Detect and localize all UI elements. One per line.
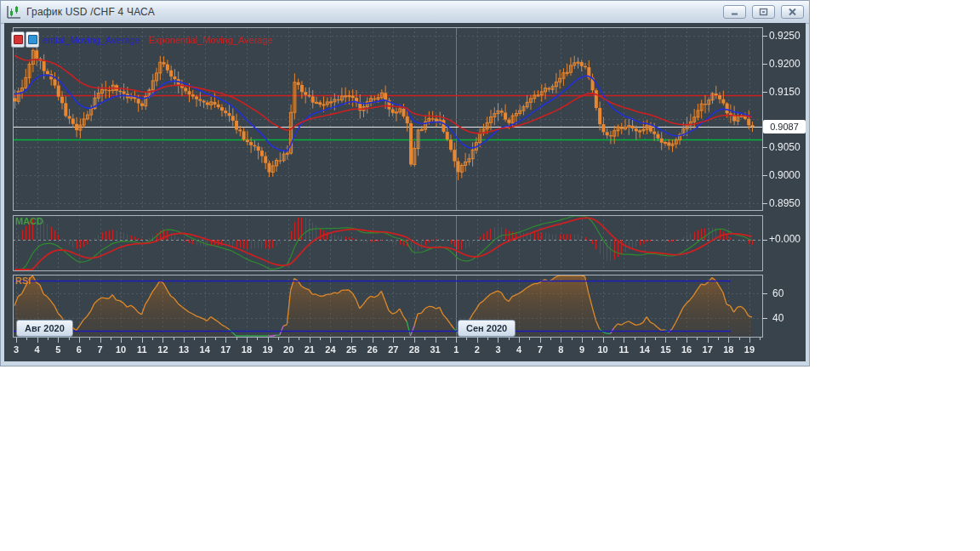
blue-square-icon	[28, 35, 37, 44]
x-axis-label: 14	[634, 344, 656, 355]
legend-ema-fast-label: ential_Moving_Average	[43, 35, 140, 45]
x-axis-label: 21	[299, 344, 321, 355]
x-axis-label: 10	[592, 344, 614, 355]
x-axis-label: 7	[89, 344, 111, 355]
price-tick-label: 0.9050	[769, 141, 801, 153]
x-axis-label: 3	[5, 344, 27, 355]
macd-label: MACD	[15, 216, 43, 226]
x-axis-label: 11	[612, 344, 635, 355]
minimize-icon	[730, 8, 739, 16]
x-axis-label: 2	[466, 344, 488, 355]
x-axis-label: 17	[697, 344, 719, 355]
price-tick-label: 0.9150	[769, 86, 801, 98]
rsi-tick-label: 40	[772, 312, 783, 324]
close-button[interactable]	[781, 5, 804, 19]
price-tick-label: 0.8950	[769, 197, 801, 209]
x-axis-label: 11	[131, 344, 153, 355]
indicator-toggle-blue-button[interactable]	[26, 31, 39, 48]
chart-canvas[interactable]	[4, 23, 806, 361]
x-axis-label: 3	[487, 344, 509, 355]
x-axis-label: 27	[382, 344, 404, 355]
restore-button[interactable]	[752, 5, 775, 19]
window-controls	[723, 5, 804, 19]
x-axis-label: 26	[362, 344, 384, 355]
x-axis-label: 19	[738, 344, 761, 355]
x-axis-label: 13	[173, 344, 195, 355]
minimize-button[interactable]	[723, 5, 746, 19]
x-axis-label: 1	[445, 344, 467, 355]
x-axis-label: 9	[571, 344, 593, 355]
legend-ema-slow-label: Exponential_Moving_Average	[149, 35, 273, 45]
x-axis-label: 18	[717, 344, 739, 355]
month-label-aug: Авг 2020	[16, 320, 73, 337]
x-axis-label: 12	[151, 344, 174, 355]
current-price-box: 0.9087	[763, 120, 806, 133]
x-axis-label: 18	[236, 344, 258, 355]
x-axis-label: 17	[214, 344, 236, 355]
x-axis-label: 28	[403, 344, 425, 355]
x-axis-label: 15	[654, 344, 676, 355]
window-title: График USD /CHF 4 ЧАСА	[26, 6, 155, 18]
indicator-legend: ential_Moving_Average Exponential_Moving…	[11, 31, 273, 48]
macd-zero-label: +0.000	[769, 233, 801, 245]
indicator-toggle-red-button[interactable]	[11, 31, 25, 48]
x-axis-label: 25	[340, 344, 362, 355]
x-axis-label: 20	[277, 344, 299, 355]
price-tick-label: 0.9000	[769, 169, 801, 181]
x-axis-label: 14	[194, 344, 216, 355]
restore-icon	[759, 8, 768, 16]
x-axis-label: 31	[424, 344, 447, 355]
rsi-label: RSI	[15, 276, 31, 286]
x-axis-label: 4	[508, 344, 530, 355]
window-titlebar[interactable]: График USD /CHF 4 ЧАСА	[1, 1, 809, 24]
x-axis-label: 6	[68, 344, 90, 355]
chart-window: График USD /CHF 4 ЧАСА ential_Moving_Ave…	[0, 0, 810, 366]
candlestick-chart-icon	[7, 5, 21, 19]
x-axis-label: 16	[675, 344, 698, 355]
rsi-tick-label: 60	[772, 287, 783, 299]
price-tick-label: 0.9200	[769, 58, 801, 70]
x-axis-label: 8	[550, 344, 572, 355]
x-axis-label: 10	[110, 344, 132, 355]
x-axis-label: 4	[26, 344, 48, 355]
close-icon	[788, 8, 797, 16]
x-axis-label: 5	[47, 344, 69, 355]
red-square-icon	[14, 35, 23, 44]
x-axis-label: 24	[319, 344, 341, 355]
chart-client-area: ential_Moving_Average Exponential_Moving…	[4, 23, 806, 361]
month-label-sep: Сен 2020	[458, 320, 516, 337]
x-axis-label: 7	[529, 344, 551, 355]
price-tick-label: 0.9250	[769, 30, 801, 42]
x-axis-label: 19	[257, 344, 279, 355]
